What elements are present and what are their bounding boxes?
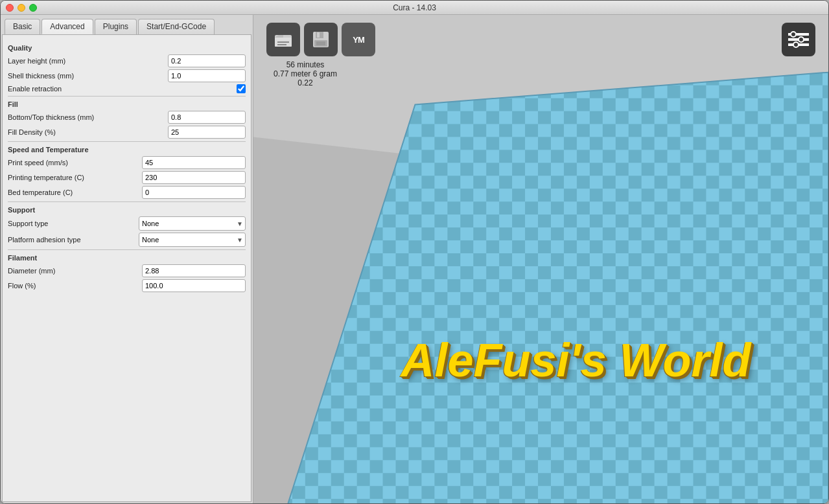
tab-start-end-gcode[interactable]: Start/End-GCode (138, 19, 215, 34)
layer-height-input[interactable] (168, 54, 246, 67)
tab-basic[interactable]: Basic (5, 19, 40, 34)
tab-advanced[interactable]: Advanced (41, 19, 93, 34)
divider-2 (8, 141, 246, 142)
shell-thickness-label: Shell thickness (mm) (8, 72, 168, 80)
maximize-button[interactable] (29, 4, 37, 12)
settings-area: Quality Layer height (mm) Shell thicknes… (2, 34, 251, 502)
main-content: Basic Advanced Plugins Start/End-GCode Q… (1, 15, 828, 503)
print-speed-row: Print speed (mm/s) (8, 156, 246, 169)
print-value: 0.22 (266, 78, 344, 87)
diameter-label: Diameter (mm) (8, 267, 142, 275)
window-title: Cura - 14.03 (393, 3, 436, 12)
save-button[interactable] (304, 23, 338, 56)
print-time: 56 minutes (266, 60, 344, 69)
divider-1 (8, 96, 246, 97)
tab-bar: Basic Advanced Plugins Start/End-GCode (1, 15, 253, 34)
titlebar: Cura - 14.03 (1, 1, 828, 15)
speed-temp-header: Speed and Temperature (8, 146, 246, 154)
right-panel: YM 56 minutes 0.77 meter 6 gram 0.22 (253, 15, 828, 503)
settings-icon (787, 28, 810, 51)
printing-temp-input[interactable] (142, 171, 246, 184)
svg-point-22 (793, 42, 799, 47)
settings-icon-button[interactable] (782, 23, 815, 56)
viewport-toolbar: YM (266, 23, 375, 56)
support-type-row: Support type None Touching buildplate Ev… (8, 216, 246, 231)
support-type-label: Support type (8, 220, 139, 227)
svg-rect-14 (317, 32, 320, 38)
diameter-row: Diameter (mm) (8, 264, 246, 277)
left-panel: Basic Advanced Plugins Start/End-GCode Q… (1, 15, 253, 503)
flow-label: Flow (%) (8, 282, 142, 290)
platform-adhesion-label: Platform adhesion type (8, 236, 139, 244)
app-window: Cura - 14.03 Basic Advanced Plugins Star… (0, 0, 829, 504)
printing-temp-row: Printing temperature (C) (8, 171, 246, 184)
open-file-button[interactable] (266, 23, 300, 56)
printing-temp-label: Printing temperature (C) (8, 174, 142, 181)
shell-thickness-row: Shell thickness (mm) (8, 69, 246, 82)
svg-rect-16 (316, 41, 325, 45)
enable-retraction-row: Enable retraction (8, 84, 246, 93)
print-material: 0.77 meter 6 gram (266, 69, 344, 78)
print-speed-label: Print speed (mm/s) (8, 159, 142, 166)
bottom-top-thickness-label: Bottom/Top thickness (mm) (8, 113, 168, 121)
print-speed-input[interactable] (142, 156, 246, 169)
bed-svg (253, 15, 828, 503)
svg-rect-10 (277, 41, 289, 43)
support-type-wrapper: None Touching buildplate Everywhere ▼ (139, 216, 246, 231)
fill-density-row: Fill Density (%) (8, 126, 246, 139)
youmagine-button[interactable]: YM (342, 23, 375, 56)
enable-retraction-checkbox[interactable] (237, 84, 246, 93)
diameter-input[interactable] (142, 264, 246, 277)
svg-rect-11 (277, 44, 286, 45)
bed-temp-row: Bed temperature (C) (8, 186, 246, 199)
platform-adhesion-select[interactable]: None Brim Raft (139, 233, 246, 247)
fill-density-input[interactable] (168, 126, 246, 139)
svg-point-20 (791, 32, 796, 37)
enable-retraction-label: Enable retraction (8, 85, 237, 93)
quality-header: Quality (8, 44, 246, 52)
tab-plugins[interactable]: Plugins (95, 19, 137, 34)
bed-temp-input[interactable] (142, 186, 246, 199)
print-info: 56 minutes 0.77 meter 6 gram 0.22 (266, 60, 344, 87)
divider-3 (8, 201, 246, 202)
minimize-button[interactable] (18, 4, 25, 12)
bed-temp-label: Bed temperature (C) (8, 189, 142, 196)
platform-adhesion-wrapper: None Brim Raft ▼ (139, 233, 246, 247)
traffic-lights (6, 4, 37, 12)
shell-thickness-input[interactable] (168, 69, 246, 82)
viewport[interactable]: YM 56 minutes 0.77 meter 6 gram 0.22 (253, 15, 828, 503)
platform-adhesion-row: Platform adhesion type None Brim Raft ▼ (8, 233, 246, 247)
filament-header: Filament (8, 254, 246, 262)
divider-4 (8, 249, 246, 250)
bottom-top-thickness-row: Bottom/Top thickness (mm) (8, 111, 246, 124)
flow-row: Flow (%) (8, 279, 246, 292)
bottom-top-thickness-input[interactable] (168, 111, 246, 124)
flow-input[interactable] (142, 279, 246, 292)
ym-label: YM (353, 35, 364, 45)
fill-density-label: Fill Density (%) (8, 128, 168, 136)
svg-point-21 (799, 37, 804, 42)
fill-header: Fill (8, 100, 246, 108)
layer-height-row: Layer height (mm) (8, 54, 246, 67)
close-button[interactable] (6, 4, 14, 12)
support-type-select[interactable]: None Touching buildplate Everywhere (139, 216, 246, 231)
layer-height-label: Layer height (mm) (8, 57, 168, 65)
support-header: Support (8, 206, 246, 214)
